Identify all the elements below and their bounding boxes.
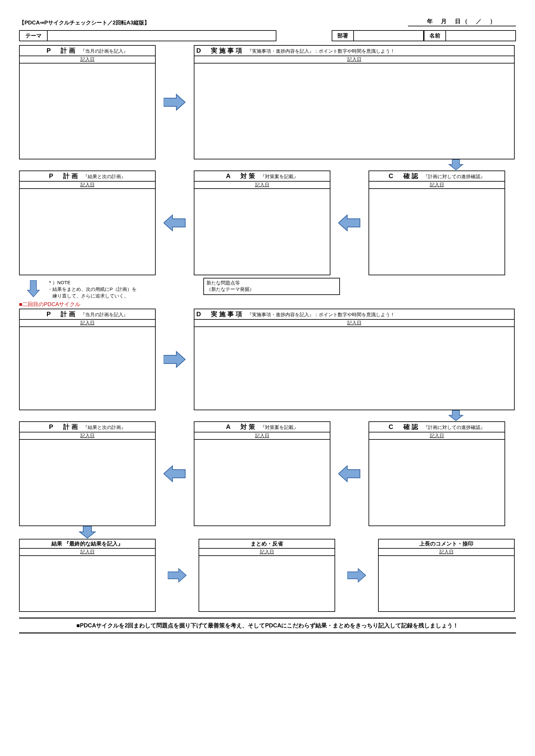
c2-p-desc: 『当月の計画を記入』 <box>80 312 128 318</box>
arrow-left-icon <box>330 171 369 275</box>
result-entry: 記入日 <box>20 549 155 556</box>
theme-label: テーマ <box>19 30 48 41</box>
summary-title: まとめ・反省 <box>251 540 283 547</box>
boss-title: 上長のコメント・捺印 <box>419 540 473 547</box>
c1-a-code: A 対策 <box>226 172 257 180</box>
c2-p2-code: P 計画 <box>49 422 80 431</box>
c2-d-code: D 実施事項 <box>196 310 244 318</box>
arrow-right-icon <box>156 309 194 410</box>
c1-a-desc: 『対策案を記載』 <box>260 174 298 180</box>
summary-box[interactable]: まとめ・反省 記入日 <box>199 539 335 612</box>
c1-c-entry: 記入日 <box>369 182 504 189</box>
c1-p2-entry: 記入日 <box>20 182 155 189</box>
arrow-right-icon <box>335 539 378 612</box>
c1-d-code: D 実施事項 <box>196 46 244 55</box>
c2-c-desc: 『計画に対しての進捗確認』 <box>423 424 485 431</box>
arrow-down-icon <box>19 278 41 300</box>
boss-box[interactable]: 上長のコメント・捺印 記入日 <box>378 539 515 612</box>
name-label: 名前 <box>424 30 446 41</box>
c1-p-code: P 計画 <box>47 46 77 55</box>
arrow-down-icon <box>19 526 156 539</box>
c1-d-box[interactable]: D 実施事項『実施事項・進捗内容を記入』：ポイント数字や時間を意識しよう！ 記入… <box>194 45 515 159</box>
arrow-left-icon <box>330 421 369 526</box>
c1-a-box[interactable]: A 対策『対策案を記載』 記入日 <box>194 171 330 275</box>
c2-c-code: C 確認 <box>388 422 420 431</box>
arrow-down-icon <box>194 159 515 171</box>
c2-c-box[interactable]: C 確認『計画に対しての進捗確認』 記入日 <box>369 421 505 526</box>
new-issue-line2: （新たなテーマ発掘） <box>207 286 337 292</box>
arrow-left-icon <box>156 421 194 526</box>
date-line[interactable]: 年 月 日（ ／ ） <box>408 17 516 26</box>
dept-label: 部署 <box>332 30 354 41</box>
c1-a-entry: 記入日 <box>194 182 330 189</box>
c2-p2-entry: 記入日 <box>20 432 155 440</box>
summary-entry: 記入日 <box>199 549 334 556</box>
arrow-right-icon <box>156 539 199 612</box>
doc-title: 【PDCA⇒Pサイクルチェックシート／2回転A3縦版】 <box>19 19 150 26</box>
result-box[interactable]: 結果 『最終的な結果を記入』 記入日 <box>19 539 156 612</box>
arrow-right-icon <box>156 45 194 159</box>
name-field[interactable] <box>446 30 516 41</box>
c2-a-desc: 『対策案を記載』 <box>260 424 298 431</box>
dept-field[interactable] <box>354 30 424 41</box>
bottom-bar: ■PDCAサイクルを2回まわして問題点を掘り下げて最善策を考え、そしてPDCAに… <box>19 618 516 634</box>
c2-d-box[interactable]: D 実施事項『実施事項・進捗内容を記入』：ポイント数字や時間を意識しよう！ 記入… <box>194 309 515 410</box>
c2-a-entry: 記入日 <box>194 432 330 440</box>
c2-p-entry: 記入日 <box>20 320 155 327</box>
c2-d-entry: 記入日 <box>194 320 514 327</box>
c2-a-code: A 対策 <box>226 422 257 431</box>
arrow-left-icon <box>156 171 194 275</box>
c1-p2-box[interactable]: P 計画『結果と次の計画』 記入日 <box>19 171 156 275</box>
c1-p2-code: P 計画 <box>49 172 80 180</box>
second-cycle-label: ■二回目のPDCAサイクル <box>19 301 516 308</box>
c1-p-entry: 記入日 <box>20 56 155 64</box>
new-issue-line1: 新たな問題点等 <box>207 280 337 286</box>
c1-c-desc: 『計画に対しての進捗確認』 <box>423 174 485 180</box>
c2-c-entry: 記入日 <box>369 432 504 440</box>
arrow-down-icon <box>194 410 515 421</box>
theme-field[interactable] <box>48 30 276 41</box>
c1-p-desc: 『当月の計画を記入』 <box>80 48 128 54</box>
c1-d-entry: 記入日 <box>194 56 514 64</box>
c2-p2-desc: 『結果と次の計画』 <box>83 424 126 431</box>
c2-d-desc: 『実施事項・進捗内容を記入』：ポイント数字や時間を意識しよう！ <box>247 312 395 318</box>
c1-d-desc: 『実施事項・進捗内容を記入』：ポイント数字や時間を意識しよう！ <box>247 48 395 54</box>
c1-p2-desc: 『結果と次の計画』 <box>83 174 126 180</box>
c2-a-box[interactable]: A 対策『対策案を記載』 記入日 <box>194 421 330 526</box>
c2-p-box[interactable]: P 計画『当月の計画を記入』 記入日 <box>19 309 156 410</box>
c2-p-code: P 計画 <box>47 310 77 318</box>
boss-entry: 記入日 <box>379 549 514 556</box>
c1-c-code: C 確認 <box>388 172 420 180</box>
new-issue-box[interactable]: 新たな問題点等 （新たなテーマ発掘） <box>203 278 340 295</box>
result-title: 結果 『最終的な結果を記入』 <box>51 540 123 547</box>
c2-p2-box[interactable]: P 計画『結果と次の計画』 記入日 <box>19 421 156 526</box>
note-text: ＊）NOTE ・結果をまとめ、次の用紙にP（計画）を 練り直して、さらに追求して… <box>48 278 184 299</box>
c1-c-box[interactable]: C 確認『計画に対しての進捗確認』 記入日 <box>369 171 505 275</box>
c1-p-box[interactable]: P 計画『当月の計画を記入』 記入日 <box>19 45 156 159</box>
